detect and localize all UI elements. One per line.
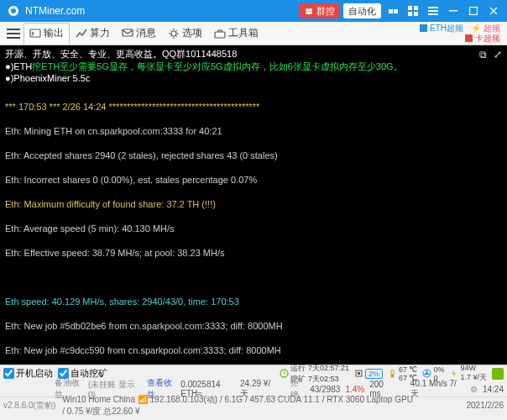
chart-icon <box>76 28 87 39</box>
status-bar: 开机启动 自动挖矿 运行 7天02:57:21挖矿 7天02:53 2% 67 … <box>0 365 507 417</box>
eth-color-icon <box>420 24 427 32</box>
toolbox-icon <box>214 28 226 39</box>
thermometer-icon <box>388 369 397 378</box>
copy-icon[interactable]: ⧉ <box>479 49 487 60</box>
svg-rect-7 <box>408 12 412 16</box>
banner-line-2: ●)ETH挖ETH至少需要5G显存，每张显卡至少对应5G虚拟内存，比如6张显卡虚… <box>5 60 502 73</box>
svg-rect-9 <box>428 7 438 8</box>
tab-hashrate[interactable]: 算力 <box>70 23 116 45</box>
maximize-button[interactable] <box>463 0 483 22</box>
settings-gear-icon[interactable]: ⚙ <box>470 385 478 394</box>
svg-rect-11 <box>428 13 438 15</box>
svg-rect-14 <box>30 29 40 37</box>
svg-rect-13 <box>470 8 478 15</box>
list-view-icon[interactable] <box>423 0 443 22</box>
svg-rect-15 <box>123 29 133 36</box>
nvidia-icon <box>492 368 504 380</box>
minimize-button[interactable] <box>443 0 463 22</box>
mining-log: *** 170:53 *** 2/26 14:24 **************… <box>0 86 507 365</box>
tab-output[interactable]: 输出 <box>24 23 70 45</box>
svg-rect-20 <box>358 372 360 375</box>
automation-button[interactable]: 自动化 <box>343 3 381 18</box>
startup-checkbox[interactable]: 开机启动 <box>3 367 53 380</box>
bolt-icon <box>449 369 458 378</box>
fan-icon <box>422 369 431 378</box>
expand-icon[interactable]: ⤢ <box>494 49 502 60</box>
titlebar: NTMiner.com 群控 自动化 <box>0 0 507 22</box>
menu-icon[interactable] <box>7 27 20 40</box>
output-icon <box>29 28 41 39</box>
grid-view-icon[interactable] <box>383 0 403 22</box>
banner-line-1: 开源、开放、安全、专业、更高收益。QQ群1011448518 <box>5 48 502 60</box>
banner-line-3: ●)PhoenixMiner 5.5c <box>5 73 502 83</box>
svg-point-3 <box>309 8 312 12</box>
svg-rect-8 <box>414 12 418 16</box>
app-title: NTMiner.com <box>25 5 85 17</box>
message-icon <box>122 28 133 39</box>
svg-rect-21 <box>391 370 394 375</box>
svg-point-2 <box>306 8 309 12</box>
version-label: v2.8.6.0(雷豹) <box>3 400 55 412</box>
svg-point-16 <box>171 31 176 36</box>
svg-rect-5 <box>408 6 412 10</box>
card-color-icon <box>465 34 473 42</box>
overclock-panel: ETH超频 ⚡超频 卡超频 <box>420 24 500 44</box>
sysinfo-label: Win10 Home China 📶 192.168.0.103(动) / 6.… <box>62 394 459 417</box>
date-label: 2021/2/26 <box>467 401 504 410</box>
tab-messages[interactable]: 消息 <box>116 23 162 45</box>
cpu-icon <box>354 369 363 378</box>
grid2-icon[interactable] <box>403 0 423 22</box>
svg-rect-6 <box>414 6 418 10</box>
gear-icon <box>168 28 180 39</box>
toolbar: 输出 算力 消息 选项 工具箱 ETH超频 ⚡超频 卡超频 <box>0 22 507 45</box>
svg-point-1 <box>11 8 16 13</box>
tab-options[interactable]: 选项 <box>162 23 208 45</box>
svg-point-22 <box>390 375 394 378</box>
app-logo-icon <box>7 4 20 18</box>
cpu-stat: 2% <box>354 369 383 379</box>
svg-rect-12 <box>449 10 457 12</box>
group-control-button[interactable]: 群控 <box>299 3 340 18</box>
tab-toolbox[interactable]: 工具箱 <box>208 23 264 45</box>
svg-rect-4 <box>306 12 312 14</box>
banner: 开源、开放、安全、专业、更高收益。QQ群1011448518 ●)ETH挖ETH… <box>0 45 507 86</box>
close-button[interactable] <box>483 0 504 22</box>
svg-rect-10 <box>428 10 438 12</box>
svg-rect-17 <box>215 32 225 38</box>
clock-icon <box>280 369 289 378</box>
